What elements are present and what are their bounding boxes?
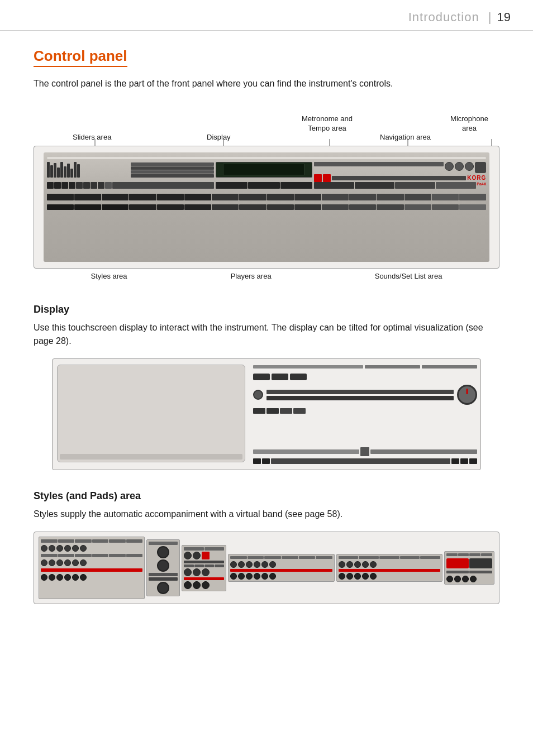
header-divider: |	[485, 10, 492, 25]
label-styles-area: Styles area	[91, 272, 127, 281]
section-title: Control panel	[34, 47, 127, 67]
label-navigation: Navigation area	[380, 133, 431, 141]
subsection-styles-title: Styles (and Pads) area	[34, 490, 499, 502]
main-content: Control panel The control panel is the p…	[0, 31, 533, 641]
label-metronome: Metronome andTempo area	[302, 114, 353, 133]
page-header: Introduction | 19	[0, 0, 533, 31]
subsection-display-text: Use this touchscreen display to interact…	[34, 321, 499, 349]
header-page-number: 19	[497, 10, 511, 25]
panel-simulation: KORG	[44, 152, 490, 262]
header-title: Introduction	[408, 10, 479, 25]
subsection-display: Display Use this touchscreen display to …	[34, 304, 499, 471]
bottom-labels-area: Styles area Players area Sounds/Set List…	[34, 272, 499, 281]
display-diagram	[52, 358, 480, 470]
page-container: Introduction | 19 Control panel The cont…	[0, 0, 533, 756]
styles-block-1	[39, 537, 145, 599]
subsection-styles: Styles (and Pads) area Styles supply the…	[34, 490, 499, 604]
label-sounds-area: Sounds/Set List area	[375, 272, 442, 281]
section-intro-text: The control panel is the part of the fro…	[34, 77, 499, 91]
styles-diagram	[34, 532, 499, 604]
label-display: Display	[207, 133, 231, 141]
subsection-display-title: Display	[34, 304, 499, 315]
top-labels-area: Sliders area Display Metronome andTempo …	[34, 107, 499, 146]
panel-image: KORG	[34, 146, 499, 269]
label-microphone: Microphonearea	[450, 114, 488, 133]
label-sliders: Sliders area	[73, 133, 111, 141]
label-players-area: Players area	[231, 272, 272, 281]
control-panel-diagram: Sliders area Display Metronome andTempo …	[34, 107, 499, 281]
subsection-styles-text: Styles supply the automatic accompanimen…	[34, 508, 499, 521]
